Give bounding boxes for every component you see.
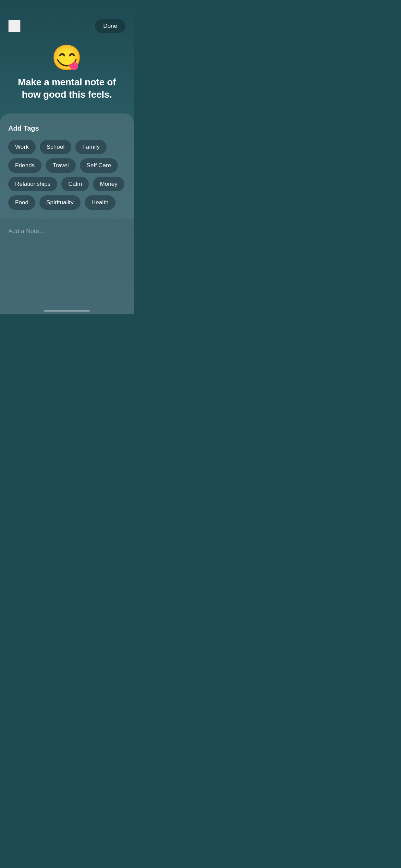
tag-calm[interactable]: Calm <box>61 177 89 191</box>
tag-school[interactable]: School <box>40 140 72 154</box>
back-icon: ‹ <box>13 22 15 31</box>
tag-money[interactable]: Money <box>93 177 124 191</box>
screen: ‹ Done 😋 Make a mental note of how good … <box>0 0 134 314</box>
tag-family[interactable]: Family <box>75 140 107 154</box>
hero-title: Make a mental note of how good this feel… <box>10 76 123 101</box>
tag-self-care[interactable]: Self Care <box>80 158 118 173</box>
header: ‹ Done <box>0 0 134 38</box>
tag-spirituality[interactable]: Spirituality <box>39 195 81 210</box>
home-indicator <box>0 306 134 314</box>
mood-emoji: 😋 <box>51 45 82 70</box>
tag-friends[interactable]: Friends <box>8 158 41 173</box>
tag-relationships[interactable]: Relationships <box>8 177 57 191</box>
tag-travel[interactable]: Travel <box>46 158 75 173</box>
done-button[interactable]: Done <box>95 19 125 33</box>
tags-title: Add Tags <box>8 124 125 132</box>
home-bar <box>44 310 90 312</box>
tag-health[interactable]: Health <box>85 195 116 210</box>
hero-section: 😋 Make a mental note of how good this fe… <box>0 38 134 113</box>
note-input[interactable] <box>8 228 125 296</box>
tag-work[interactable]: Work <box>8 140 36 154</box>
tags-card: Add Tags WorkSchoolFamilyFriendsTravelSe… <box>0 113 134 219</box>
back-button[interactable]: ‹ <box>8 20 21 32</box>
tags-grid: WorkSchoolFamilyFriendsTravelSelf CareRe… <box>8 140 125 210</box>
note-card <box>0 219 134 306</box>
tag-food[interactable]: Food <box>8 195 35 210</box>
